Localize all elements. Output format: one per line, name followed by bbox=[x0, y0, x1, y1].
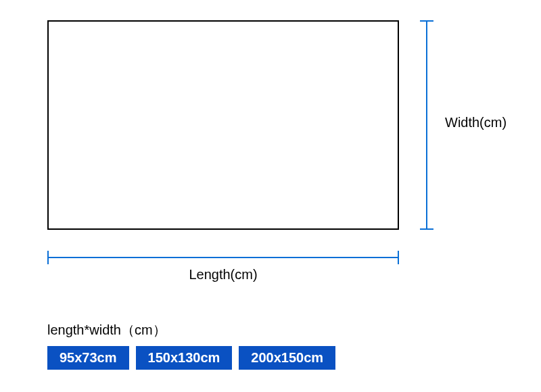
dimension-diagram: Width(cm) Length(cm) bbox=[47, 20, 494, 277]
size-options: length*width（cm） 95x73cm 150x130cm 200x1… bbox=[47, 321, 335, 370]
length-label: Length(cm) bbox=[47, 267, 399, 283]
width-dimension-line bbox=[426, 20, 427, 230]
size-chip: 95x73cm bbox=[47, 346, 129, 370]
width-label: Width(cm) bbox=[445, 115, 507, 130]
length-dimension-line bbox=[47, 257, 399, 258]
size-chip-row: 95x73cm 150x130cm 200x150cm bbox=[47, 346, 335, 370]
size-chip: 200x150cm bbox=[239, 346, 335, 370]
size-heading: length*width（cm） bbox=[47, 321, 335, 339]
size-chip: 150x130cm bbox=[136, 346, 233, 370]
product-rectangle bbox=[47, 20, 399, 230]
